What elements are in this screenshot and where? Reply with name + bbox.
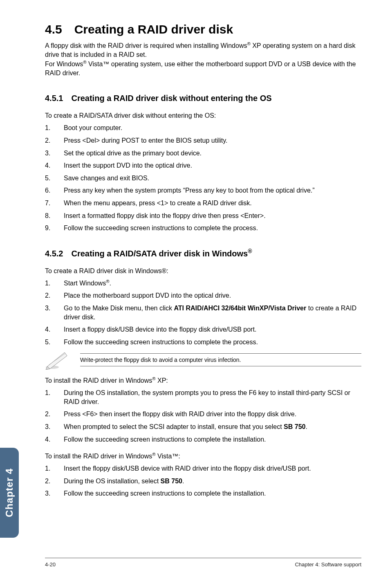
list-item-text-bold: SB 750	[161, 478, 182, 485]
reg-mark: ®	[248, 248, 252, 254]
list-item: Follow the succeeding screen instruction…	[45, 338, 361, 347]
list-item: Insert the support DVD into the optical …	[45, 161, 361, 170]
chapter-side-tab-label: Chapter 4	[4, 468, 15, 517]
list-item: Set the optical drive as the primary boo…	[45, 149, 361, 158]
xp-lead-pre: To install the RAID driver in Windows	[45, 377, 152, 384]
footer-divider	[45, 558, 361, 558]
vista-lead-pre: To install the RAID driver in Windows	[45, 453, 152, 460]
list-item: Insert a floppy disk/USB device into the…	[45, 325, 361, 334]
list-item-text-pre: During the OS installation, select	[64, 478, 161, 485]
note-text: Write-protect the floppy disk to avoid a…	[80, 356, 361, 364]
list-452-xp: During the OS installation, the system p…	[45, 388, 361, 444]
list-item: Press <F6> then insert the floppy disk w…	[45, 410, 361, 419]
list-item-text: Start Windows	[64, 280, 106, 287]
subsection-451-lead: To create a RAID/SATA driver disk withou…	[45, 112, 361, 119]
list-item-text-post: .	[182, 478, 184, 485]
list-item: During the OS installation, select SB 75…	[45, 477, 361, 486]
subsection-451-heading: 4.5.1 Creating a RAID driver disk withou…	[45, 94, 361, 103]
list-item: Start Windows®.	[45, 279, 361, 288]
footer-chapter-label: Chapter 4: Software support	[295, 561, 361, 568]
xp-lead: To install the RAID driver in Windows® X…	[45, 377, 361, 384]
reg-mark: ®	[106, 278, 109, 283]
note-text-container: Write-protect the floppy disk to avoid a…	[80, 353, 361, 366]
xp-lead-post: XP:	[156, 377, 168, 384]
list-item: During the OS installation, the system p…	[45, 388, 361, 406]
chapter-side-tab: Chapter 4	[0, 448, 19, 538]
subsection-452-heading-text: 4.5.2 Creating a RAID/SATA driver disk i…	[45, 249, 248, 258]
list-452-create: Start Windows®. Place the motherboard su…	[45, 279, 361, 347]
reg-mark: ®	[152, 452, 155, 457]
section-title: 4.5 Creating a RAID driver disk	[45, 22, 361, 36]
intro-line-2b: Vista™ operating system, use either the …	[45, 61, 356, 76]
note-block: Write-protect the floppy disk to avoid a…	[45, 350, 361, 370]
list-item: Boot your computer.	[45, 123, 361, 132]
pencil-note-icon	[45, 350, 68, 370]
list-item: Follow the succeeding screen instruction…	[45, 224, 361, 233]
page-footer: 4-20 Chapter 4: Software support	[0, 558, 390, 568]
list-item: Press <Del> during POST to enter the BIO…	[45, 136, 361, 145]
list-item-text-post: .	[305, 423, 307, 430]
list-item-text-pre: Go to the Make Disk menu, then click	[64, 305, 174, 312]
intro-line-2a: For Windows	[45, 61, 83, 67]
list-item-text-pre: When prompted to select the SCSI adapter…	[64, 423, 284, 430]
list-item: When prompted to select the SCSI adapter…	[45, 422, 361, 431]
list-item-text-bold: SB 750	[284, 423, 305, 430]
list-item: Insert a formatted floppy disk into the …	[45, 211, 361, 220]
list-452-vista: Insert the floppy disk/USB device with R…	[45, 464, 361, 498]
subsection-452-heading: 4.5.2 Creating a RAID/SATA driver disk i…	[45, 249, 361, 258]
list-451: Boot your computer. Press <Del> during P…	[45, 123, 361, 232]
list-item: Insert the floppy disk/USB device with R…	[45, 464, 361, 473]
list-item: When the menu appears, press <1> to crea…	[45, 199, 361, 208]
list-item: Press any key when the system prompts “P…	[45, 186, 361, 195]
intro-line-1a: A floppy disk with the RAID driver is re…	[45, 42, 247, 49]
list-item: Follow the succeeding screen instruction…	[45, 489, 361, 498]
list-item-text-bold: ATI RAID/AHCI 32/64bit WinXP/Vista Drive…	[174, 305, 306, 312]
page-number: 4-20	[45, 561, 56, 568]
list-item: Go to the Make Disk menu, then click ATI…	[45, 304, 361, 321]
vista-lead: To install the RAID driver in Windows® V…	[45, 453, 361, 460]
reg-mark: ®	[152, 376, 155, 381]
reg-mark: ®	[83, 60, 86, 65]
list-item: Follow the succeeding screen instruction…	[45, 435, 361, 444]
list-item: Place the motherboard support DVD into t…	[45, 291, 361, 300]
vista-lead-post: Vista™:	[156, 453, 180, 460]
reg-mark: ®	[247, 41, 250, 46]
intro-paragraph-2: For Windows® Vista™ operating system, us…	[45, 60, 361, 77]
subsection-452-lead: To create a RAID driver disk in Windows®…	[45, 267, 361, 275]
intro-paragraph: A floppy disk with the RAID driver is re…	[45, 41, 361, 59]
list-item: Save changes and exit BIOS.	[45, 174, 361, 183]
